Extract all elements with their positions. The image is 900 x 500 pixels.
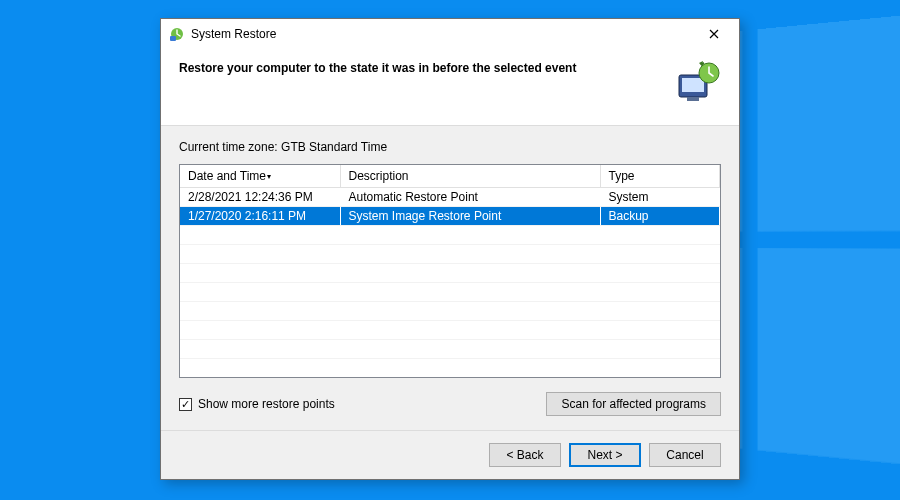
system-restore-icon	[169, 26, 185, 42]
table-row-empty: .	[180, 321, 720, 340]
table-actions-row: ✓ Show more restore points Scan for affe…	[179, 392, 721, 416]
page-title: Restore your computer to the state it wa…	[179, 61, 661, 75]
window-title: System Restore	[191, 27, 693, 41]
table-row-empty: .	[180, 340, 720, 359]
back-button[interactable]: < Back	[489, 443, 561, 467]
column-header-type[interactable]: Type	[600, 165, 720, 188]
column-header-datetime[interactable]: Date and Time▾	[180, 165, 340, 188]
restore-hero-icon	[673, 61, 721, 105]
table-row-empty: .	[180, 359, 720, 378]
column-header-label: Date and Time	[188, 169, 266, 183]
timezone-label: Current time zone: GTB Standard Time	[179, 140, 721, 154]
close-button[interactable]	[693, 21, 735, 47]
table-row-empty: .	[180, 245, 720, 264]
restore-points-table[interactable]: Date and Time▾ Description Type 2/28/202…	[179, 164, 721, 378]
column-header-label: Type	[609, 169, 635, 183]
sort-desc-icon: ▾	[267, 172, 271, 181]
cell-datetime: 1/27/2020 2:16:11 PM	[180, 207, 340, 226]
next-button[interactable]: Next >	[569, 443, 641, 467]
table-row[interactable]: 1/27/2020 2:16:11 PM System Image Restor…	[180, 207, 720, 226]
checkbox-label: Show more restore points	[198, 397, 335, 411]
svg-rect-1	[170, 36, 176, 41]
dialog-header: Restore your computer to the state it wa…	[161, 49, 739, 126]
cell-description: System Image Restore Point	[340, 207, 600, 226]
scan-affected-button[interactable]: Scan for affected programs	[546, 392, 721, 416]
cell-datetime: 2/28/2021 12:24:36 PM	[180, 188, 340, 207]
table-row-empty: .	[180, 226, 720, 245]
cell-type: System	[600, 188, 720, 207]
dialog-body: Current time zone: GTB Standard Time Dat…	[161, 126, 739, 430]
titlebar[interactable]: System Restore	[161, 19, 739, 49]
table-row-empty: .	[180, 302, 720, 321]
system-restore-dialog: System Restore Restore your computer to …	[160, 18, 740, 480]
column-header-label: Description	[349, 169, 409, 183]
table-row-empty: .	[180, 283, 720, 302]
cell-type: Backup	[600, 207, 720, 226]
svg-rect-4	[687, 97, 699, 101]
table-row[interactable]: 2/28/2021 12:24:36 PM Automatic Restore …	[180, 188, 720, 207]
cancel-button[interactable]: Cancel	[649, 443, 721, 467]
checkbox-icon: ✓	[179, 398, 192, 411]
svg-rect-3	[682, 78, 704, 92]
show-more-checkbox[interactable]: ✓ Show more restore points	[179, 397, 335, 411]
cell-description: Automatic Restore Point	[340, 188, 600, 207]
close-icon	[709, 29, 719, 39]
column-header-description[interactable]: Description	[340, 165, 600, 188]
dialog-footer: < Back Next > Cancel	[161, 430, 739, 479]
table-row-empty: .	[180, 264, 720, 283]
